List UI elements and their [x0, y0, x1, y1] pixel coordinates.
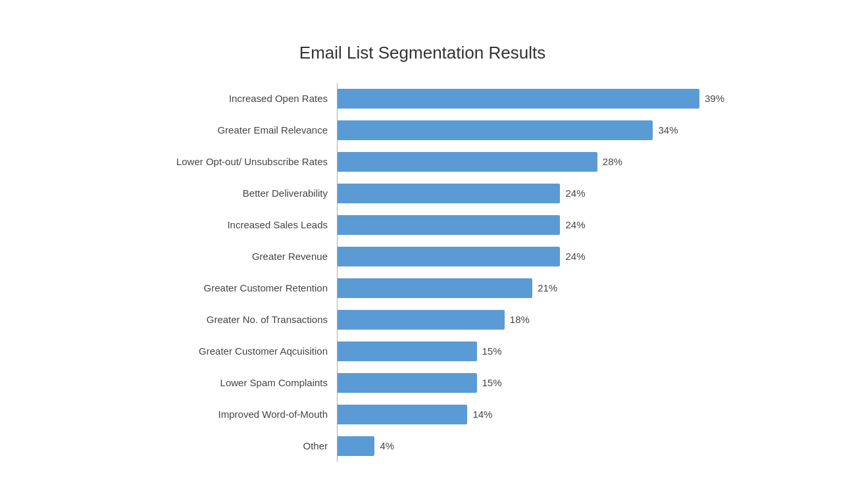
bar-fill — [338, 215, 560, 235]
bar-label: Greater No. of Transactions — [146, 314, 337, 326]
bar-label: Greater Customer Aqcuisition — [146, 345, 337, 357]
bar-label: Greater Email Relevance — [146, 124, 337, 136]
bar-row: Lower Opt-out/ Unsubscribe Rates28% — [146, 146, 699, 178]
bar-track: 28% — [337, 146, 699, 178]
bar-track: 14% — [337, 399, 699, 430]
bar-fill — [338, 436, 374, 456]
bar-track: 15% — [337, 336, 699, 367]
bar-row: Greater Customer Retention21% — [146, 272, 699, 304]
bar-row: Increased Sales Leads24% — [146, 209, 699, 241]
bar-row: Increased Open Rates39% — [146, 83, 699, 114]
bar-fill — [338, 89, 699, 109]
bar-value: 24% — [565, 251, 585, 262]
bar-track: 21% — [337, 272, 699, 304]
chart-container: Email List Segmentation Results Increase… — [133, 23, 725, 482]
bar-fill — [338, 247, 560, 266]
bar-label: Greater Revenue — [146, 251, 337, 263]
bar-track: 15% — [337, 367, 699, 399]
bar-track: 24% — [337, 241, 699, 272]
bar-value: 14% — [472, 409, 492, 420]
bar-track: 24% — [337, 209, 699, 241]
bar-label: Lower Opt-out/ Unsubscribe Rates — [146, 156, 337, 168]
bar-value: 15% — [482, 345, 502, 357]
bar-fill — [338, 184, 560, 203]
bar-value: 18% — [510, 314, 530, 325]
bar-value: 28% — [603, 156, 622, 167]
bar-row: Greater Email Relevance34% — [146, 114, 699, 146]
chart-body: Increased Open Rates39%Greater Email Rel… — [146, 83, 699, 462]
bar-row: Lower Spam Complaints15% — [146, 367, 699, 399]
bar-fill — [338, 310, 505, 330]
bar-fill — [338, 405, 467, 424]
bar-fill — [338, 341, 477, 361]
bar-row: Greater Customer Aqcuisition15% — [146, 336, 699, 367]
bar-row: Greater No. of Transactions18% — [146, 304, 699, 336]
bar-row: Other4% — [146, 430, 699, 462]
bar-value: 24% — [565, 188, 585, 199]
bar-value: 4% — [380, 440, 394, 451]
bar-fill — [338, 373, 477, 393]
bar-value: 39% — [705, 93, 724, 104]
bar-label: Better Deliverability — [146, 188, 337, 199]
bar-label: Increased Open Rates — [146, 93, 337, 105]
bar-label: Improved Word-of-Mouth — [146, 409, 337, 420]
bar-fill — [338, 152, 597, 172]
bar-label: Increased Sales Leads — [146, 219, 337, 231]
bar-row: Better Deliverability24% — [146, 178, 699, 209]
bar-row: Greater Revenue24% — [146, 241, 699, 272]
bar-label: Greater Customer Retention — [146, 282, 337, 294]
bar-track: 34% — [337, 114, 699, 146]
bar-label: Lower Spam Complaints — [146, 377, 337, 389]
bar-track: 18% — [337, 304, 699, 336]
bar-fill — [338, 120, 653, 140]
bar-track: 39% — [337, 83, 724, 114]
bar-value: 24% — [565, 219, 585, 230]
bar-label: Other — [146, 440, 337, 452]
bar-value: 15% — [482, 377, 502, 388]
bar-value: 34% — [658, 124, 678, 136]
bar-row: Improved Word-of-Mouth14% — [146, 399, 699, 430]
bar-track: 4% — [337, 430, 699, 462]
chart-title: Email List Segmentation Results — [146, 43, 699, 63]
bar-fill — [338, 278, 532, 298]
bar-value: 21% — [538, 282, 557, 293]
bar-track: 24% — [337, 178, 699, 209]
